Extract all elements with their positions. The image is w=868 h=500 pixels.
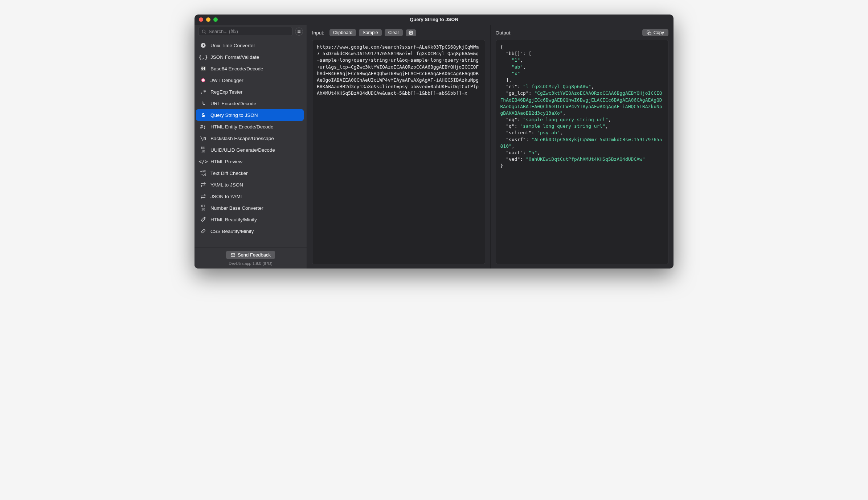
- sidebar-item-label: JWT Debugger: [210, 78, 243, 83]
- sidebar-item-jwt-debugger[interactable]: JWT Debugger: [196, 74, 304, 86]
- output-textarea[interactable]: { "bb[]": [ "1", "ab", "x" ], "ei": "l-f…: [496, 40, 669, 264]
- sidebar-item-label: Number Base Converter: [210, 205, 263, 211]
- feedback-label: Send Feedback: [238, 252, 271, 258]
- sidebar-item-label: UUID/ULID Generate/Decode: [210, 147, 275, 153]
- sidebar-item-number-base-converter[interactable]: 0110Number Base Converter: [196, 202, 304, 214]
- sidebar-item-html-preview[interactable]: </>HTML Preview: [196, 156, 304, 167]
- sidebar-item-label: HTML Entity Encode/Decode: [210, 124, 274, 130]
- tag-icon: </>: [200, 158, 207, 165]
- input-textarea[interactable]: https://www.google.com/search?sxsrf=ALeK…: [312, 40, 485, 264]
- amp-icon: &: [200, 111, 207, 119]
- zoom-button[interactable]: [213, 17, 218, 22]
- sidebar-item-label: RegExp Tester: [210, 89, 242, 95]
- mail-icon: [230, 253, 236, 258]
- sidebar-item-yaml-to-json[interactable]: YAML to JSON: [196, 179, 304, 190]
- bslash-icon: \n: [200, 135, 207, 142]
- sidebar-item-label: Query String to JSON: [210, 112, 258, 118]
- sample-button[interactable]: Sample: [359, 29, 381, 36]
- gear-icon: [409, 30, 413, 35]
- sidebar-menu-button[interactable]: [295, 28, 303, 36]
- clipboard-button[interactable]: Clipboard: [329, 29, 356, 36]
- b64-icon: 64: [200, 65, 207, 72]
- sidebar-item-label: HTML Preview: [210, 159, 242, 164]
- settings-button[interactable]: [406, 29, 416, 36]
- titlebar: Query String to JSON: [195, 15, 673, 25]
- input-pane: Input: Clipboard Sample Clear https://ww…: [307, 25, 490, 269]
- traffic-lights: [199, 17, 218, 22]
- swap-icon: [200, 193, 207, 200]
- output-label: Output:: [496, 30, 512, 36]
- sidebar-item-label: JSON Format/Validate: [210, 54, 259, 60]
- sidebar-item-label: URL Encode/Decode: [210, 101, 256, 106]
- sidebar-item-label: JSON to YAML: [210, 194, 243, 199]
- app-version: DevUtils.app 1.9.0 (67D): [229, 261, 272, 266]
- sidebar-item-css-beautify-minify[interactable]: CSS Beautify/Minify: [196, 225, 304, 237]
- sidebar-item-regexp-tester[interactable]: .*RegExp Tester: [196, 86, 304, 98]
- sidebar-item-html-beautify-minify[interactable]: HTML Beautify/Minify: [196, 214, 304, 225]
- copy-icon: [647, 30, 651, 35]
- svg-point-0: [202, 30, 205, 33]
- sidebar-item-uuid-ulid-generate-decode[interactable]: UUIDUUID/ULID Generate/Decode: [196, 144, 304, 156]
- sidebar-item-label: Text Diff Checker: [210, 171, 248, 176]
- clear-button[interactable]: Clear: [385, 29, 403, 36]
- sidebar-item-url-encode-decode[interactable]: %URL Encode/Decode: [196, 98, 304, 109]
- wand-icon: [200, 216, 207, 223]
- sidebar-item-text-diff-checker[interactable]: +ab-cdText Diff Checker: [196, 167, 304, 179]
- svg-point-8: [410, 32, 411, 33]
- minimize-button[interactable]: [206, 17, 210, 22]
- hash-icon: #;: [200, 123, 207, 130]
- tool-list[interactable]: Unix Time Converter{,}JSON Format/Valida…: [195, 38, 307, 247]
- search-input[interactable]: [209, 29, 290, 34]
- close-button[interactable]: [199, 17, 203, 22]
- svg-line-1: [205, 32, 206, 33]
- window-title: Query String to JSON: [410, 17, 458, 22]
- send-feedback-button[interactable]: Send Feedback: [226, 251, 275, 259]
- sidebar-item-label: Unix Time Converter: [210, 43, 255, 48]
- textdiff-icon: +ab-cd: [200, 169, 207, 177]
- sidebar-item-label: Backslash Escape/Unescape: [210, 136, 274, 141]
- braces-icon: {,}: [200, 53, 207, 61]
- swap-icon: [200, 181, 207, 188]
- svg-rect-9: [648, 32, 651, 34]
- wand2-icon: [200, 228, 207, 235]
- sidebar-item-label: YAML to JSON: [210, 182, 243, 188]
- jwt-icon: [200, 77, 207, 84]
- app-window: Query String to JSON Unix Time Converter…: [195, 15, 673, 269]
- copy-label: Copy: [654, 30, 664, 35]
- regex-icon: .*: [200, 88, 207, 95]
- output-pane: Output: Copy { "bb[]": [ "1", "ab", "x" …: [490, 25, 674, 269]
- sidebar-item-html-entity-encode-decode[interactable]: #;HTML Entity Encode/Decode: [196, 121, 304, 132]
- sidebar-item-base64-encode-decode[interactable]: 64Base64 Encode/Decode: [196, 63, 304, 74]
- clock-icon: [200, 42, 207, 49]
- sidebar: Unix Time Converter{,}JSON Format/Valida…: [195, 25, 307, 269]
- sidebar-item-json-format-validate[interactable]: {,}JSON Format/Validate: [196, 51, 304, 63]
- percent-icon: %: [200, 100, 207, 107]
- bits-icon: 0110: [200, 204, 207, 212]
- uuid-icon: UUID: [200, 146, 207, 153]
- sidebar-item-json-to-yaml[interactable]: JSON to YAML: [196, 190, 304, 202]
- search-box[interactable]: [198, 27, 293, 36]
- sidebar-item-backslash-escape-unescape[interactable]: \nBackslash Escape/Unescape: [196, 132, 304, 144]
- sidebar-item-label: HTML Beautify/Minify: [210, 217, 257, 222]
- input-label: Input:: [312, 30, 324, 36]
- sidebar-item-label: Base64 Encode/Decode: [210, 66, 263, 71]
- search-icon: [201, 29, 206, 34]
- sidebar-item-unix-time-converter[interactable]: Unix Time Converter: [196, 40, 304, 51]
- copy-button[interactable]: Copy: [642, 29, 668, 36]
- sidebar-item-query-string-to-json[interactable]: &Query String to JSON: [196, 109, 304, 121]
- sidebar-item-label: CSS Beautify/Minify: [210, 229, 254, 234]
